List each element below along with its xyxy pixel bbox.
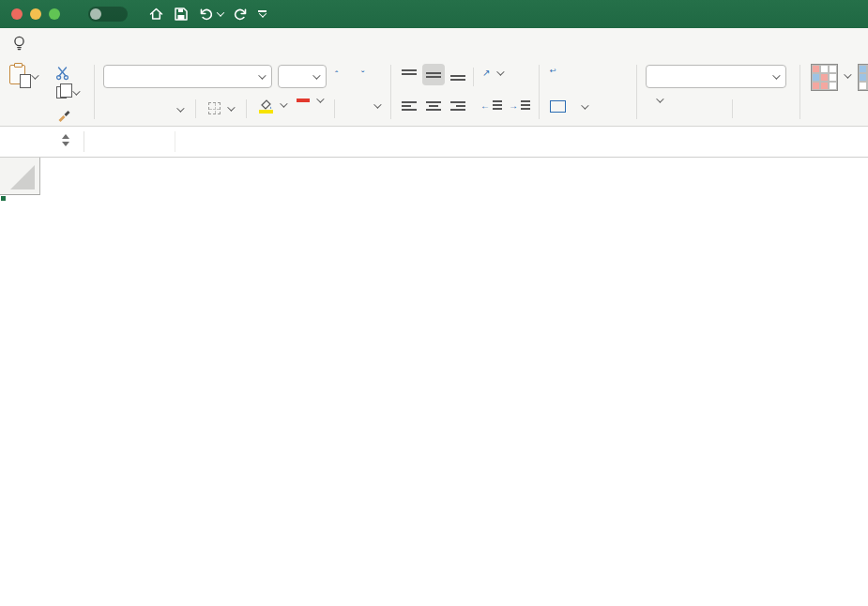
ribbon-tab-bar — [0, 28, 868, 58]
minimize-window-button[interactable] — [30, 8, 41, 20]
indent-bars-icon — [493, 99, 502, 111]
traffic-lights — [0, 8, 60, 20]
font-name-combobox[interactable] — [103, 65, 272, 88]
fill-color-chevron-icon[interactable] — [280, 100, 287, 108]
font-size-combobox[interactable] — [278, 65, 327, 88]
font-size-chevron-icon — [312, 71, 320, 79]
wrap-text-icon: ↩ — [550, 68, 556, 74]
cut-icon[interactable] — [55, 66, 70, 84]
stepper-up-icon[interactable] — [62, 134, 69, 139]
font-name-chevron-icon — [258, 71, 266, 79]
decrease-indent-button[interactable]: ← — [480, 99, 502, 111]
orientation-chevron-icon[interactable] — [497, 68, 505, 75]
format-painter-icon[interactable] — [56, 107, 72, 126]
redo-icon[interactable] — [233, 7, 249, 22]
font-color-chevron-icon[interactable] — [316, 95, 324, 102]
format-as-table-icon — [858, 64, 868, 91]
align-top-button[interactable] — [398, 64, 420, 85]
increase-font-size-button[interactable]: ˆ — [334, 69, 338, 79]
quick-access-menu-icon[interactable] — [258, 10, 266, 18]
font-color-icon — [297, 98, 310, 102]
formula-input[interactable] — [184, 127, 860, 157]
merge-center-button[interactable] — [550, 100, 586, 113]
borders-icon — [208, 102, 221, 114]
accounting-format-button[interactable] — [651, 98, 662, 103]
fill-color-button[interactable] — [259, 98, 285, 114]
text-effects-chevron-icon[interactable] — [373, 100, 381, 108]
align-right-icon — [450, 101, 465, 113]
toggle-knob-icon — [90, 8, 101, 20]
spreadsheet-grid — [0, 158, 868, 606]
autosave-toggle[interactable] — [88, 7, 128, 22]
number-format-combobox[interactable] — [646, 65, 786, 88]
formula-bar — [0, 127, 868, 158]
decrease-indent-icon: ← — [480, 100, 490, 111]
paste-button[interactable] — [9, 65, 37, 84]
ribbon: ˆ ˇ — [0, 58, 868, 127]
align-bottom-button[interactable] — [447, 64, 469, 85]
text-effects-button[interactable] — [345, 98, 379, 114]
tell-me-box[interactable] — [13, 36, 32, 52]
zoom-window-button[interactable] — [49, 8, 60, 20]
active-cell-selection — [0, 195, 4, 199]
paste-menu-chevron-icon[interactable] — [31, 71, 38, 79]
name-box-stepper[interactable] — [62, 134, 69, 146]
align-center-icon — [426, 101, 441, 113]
undo-icon[interactable] — [198, 7, 223, 22]
increase-indent-button[interactable]: → — [509, 99, 530, 111]
align-left-button[interactable] — [398, 96, 420, 117]
conditional-formatting-button[interactable] — [811, 64, 849, 91]
stepper-down-icon[interactable] — [62, 142, 69, 146]
borders-menu-chevron-icon[interactable] — [227, 103, 235, 111]
conditional-formatting-chevron-icon[interactable] — [844, 70, 851, 78]
undo-menu-chevron-icon[interactable] — [217, 8, 224, 16]
font-color-button[interactable] — [297, 98, 322, 103]
align-middle-icon — [426, 69, 441, 81]
select-all-corner[interactable] — [0, 158, 40, 195]
format-as-table-button[interactable] — [858, 64, 868, 91]
title-bar — [0, 0, 868, 28]
fill-color-icon — [259, 98, 273, 114]
increase-indent-icon: → — [509, 100, 518, 111]
merge-center-icon — [550, 100, 566, 113]
text-effects-icon — [345, 98, 366, 114]
lightbulb-icon — [13, 36, 25, 52]
copy-button[interactable] — [56, 86, 78, 98]
align-center-button[interactable] — [422, 96, 445, 117]
merge-center-chevron-icon[interactable] — [581, 101, 588, 109]
align-top-icon — [402, 69, 417, 81]
orientation-icon: ↗ — [482, 68, 490, 78]
copy-menu-chevron-icon[interactable] — [72, 87, 80, 95]
copy-icon — [56, 86, 67, 98]
number-format-chevron-icon — [772, 71, 780, 79]
home-icon[interactable] — [148, 7, 164, 22]
underline-menu-chevron-icon[interactable] — [176, 104, 184, 112]
align-right-button[interactable] — [447, 96, 469, 117]
align-bottom-icon — [450, 69, 465, 81]
indent-bars-icon — [521, 99, 530, 111]
save-icon[interactable] — [174, 7, 189, 22]
orientation-button[interactable]: ↗ — [482, 68, 502, 78]
accounting-format-chevron-icon[interactable] — [656, 95, 663, 102]
column-header-row — [0, 158, 868, 195]
conditional-formatting-icon — [811, 64, 838, 91]
decrease-font-size-button[interactable]: ˇ — [360, 69, 364, 79]
close-window-button[interactable] — [11, 8, 23, 20]
wrap-text-button[interactable]: ↩ — [550, 68, 564, 74]
clipboard-paste-icon — [9, 65, 25, 84]
fill-handle[interactable] — [0, 195, 7, 202]
align-left-icon — [402, 101, 417, 113]
borders-button[interactable] — [208, 102, 233, 114]
align-middle-button[interactable] — [422, 64, 445, 85]
